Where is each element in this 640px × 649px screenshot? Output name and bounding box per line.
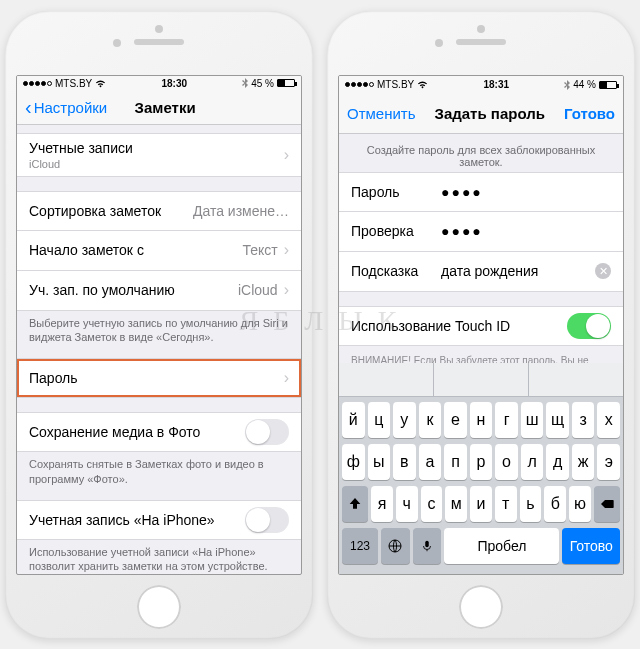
row-password[interactable]: Пароль › bbox=[17, 358, 301, 398]
verify-field-row[interactable]: Проверка ●●●● bbox=[339, 212, 623, 252]
clock: 18:31 bbox=[428, 79, 564, 90]
touch-id-switch[interactable] bbox=[567, 313, 611, 339]
key-л[interactable]: л bbox=[521, 444, 544, 480]
speaker bbox=[456, 39, 506, 45]
key-ф[interactable]: ф bbox=[342, 444, 365, 480]
backspace-key[interactable] bbox=[594, 486, 620, 522]
speaker bbox=[134, 39, 184, 45]
on-iphone-switch[interactable] bbox=[245, 507, 289, 533]
key-ц[interactable]: ц bbox=[368, 402, 391, 438]
front-camera bbox=[435, 39, 443, 47]
page-title: Задать пароль bbox=[435, 105, 545, 122]
wifi-icon bbox=[417, 80, 428, 89]
battery-icon bbox=[277, 79, 295, 87]
back-label: Настройки bbox=[34, 99, 108, 116]
wifi-icon bbox=[95, 79, 106, 88]
key-у[interactable]: у bbox=[393, 402, 416, 438]
chevron-right-icon: › bbox=[284, 241, 289, 258]
row-default-account[interactable]: Уч. зап. по умолчанию iCloud› bbox=[17, 271, 301, 311]
row-start[interactable]: Начало заметок с Текст› bbox=[17, 231, 301, 271]
save-media-footer: Сохранять снятые в Заметках фото и видео… bbox=[17, 452, 301, 486]
key-б[interactable]: б bbox=[544, 486, 566, 522]
key-т[interactable]: т bbox=[495, 486, 517, 522]
key-ь[interactable]: ь bbox=[520, 486, 542, 522]
numbers-key[interactable]: 123 bbox=[342, 528, 378, 564]
key-м[interactable]: м bbox=[445, 486, 467, 522]
status-bar: MTS.BY 18:30 45 % bbox=[17, 76, 301, 91]
default-account-footer: Выберите учетную запись по умолчанию для… bbox=[17, 311, 301, 345]
key-ч[interactable]: ч bbox=[396, 486, 418, 522]
key-х[interactable]: х bbox=[597, 402, 620, 438]
accounts-label: Учетные записи bbox=[29, 140, 133, 156]
key-з[interactable]: з bbox=[572, 402, 595, 438]
password-value[interactable]: ●●●● bbox=[441, 184, 611, 200]
battery-pct: 44 % bbox=[573, 79, 596, 90]
chevron-right-icon: › bbox=[284, 146, 289, 164]
password-field-row[interactable]: Пароль ●●●● bbox=[339, 172, 623, 212]
key-г[interactable]: г bbox=[495, 402, 518, 438]
key-щ[interactable]: щ bbox=[546, 402, 569, 438]
key-а[interactable]: а bbox=[419, 444, 442, 480]
key-о[interactable]: о bbox=[495, 444, 518, 480]
signal-dots bbox=[23, 81, 52, 86]
keyboard-done-key[interactable]: Готово bbox=[562, 528, 620, 564]
row-touch-id[interactable]: Использование Touch ID bbox=[339, 306, 623, 346]
key-ы[interactable]: ы bbox=[368, 444, 391, 480]
front-camera bbox=[113, 39, 121, 47]
clear-icon[interactable]: ✕ bbox=[595, 263, 611, 279]
key-к[interactable]: к bbox=[419, 402, 442, 438]
screen-left: MTS.BY 18:30 45 % ‹ Настройки Заметки bbox=[16, 75, 302, 575]
save-media-switch[interactable] bbox=[245, 419, 289, 445]
key-в[interactable]: в bbox=[393, 444, 416, 480]
battery-icon bbox=[599, 81, 617, 89]
key-и[interactable]: и bbox=[470, 486, 492, 522]
iphone-left: MTS.BY 18:30 45 % ‹ Настройки Заметки bbox=[5, 11, 313, 639]
key-н[interactable]: н bbox=[470, 402, 493, 438]
key-с[interactable]: с bbox=[421, 486, 443, 522]
carrier-label: MTS.BY bbox=[377, 79, 414, 90]
mic-key[interactable] bbox=[413, 528, 442, 564]
cancel-button[interactable]: Отменить bbox=[347, 105, 416, 122]
key-я[interactable]: я bbox=[371, 486, 393, 522]
screen-right: MTS.BY 18:31 44 % Отменить Задать пароль… bbox=[338, 75, 624, 575]
space-key[interactable]: Пробел bbox=[444, 528, 559, 564]
chevron-left-icon: ‹ bbox=[25, 97, 32, 117]
row-on-iphone[interactable]: Учетная запись «На iPhone» bbox=[17, 500, 301, 540]
iphone-right: MTS.BY 18:31 44 % Отменить Задать пароль… bbox=[327, 11, 635, 639]
key-ю[interactable]: ю bbox=[569, 486, 591, 522]
key-р[interactable]: р bbox=[470, 444, 493, 480]
key-ж[interactable]: ж bbox=[572, 444, 595, 480]
key-э[interactable]: э bbox=[597, 444, 620, 480]
accounts-sub: iCloud bbox=[29, 158, 133, 170]
back-button[interactable]: ‹ Настройки bbox=[25, 97, 107, 117]
key-д[interactable]: д bbox=[546, 444, 569, 480]
row-save-media[interactable]: Сохранение медиа в Фото bbox=[17, 412, 301, 452]
verify-value[interactable]: ●●●● bbox=[441, 223, 611, 239]
on-iphone-footer: Использование учетной записи «На iPhone»… bbox=[17, 540, 301, 574]
hint-value[interactable]: дата рождения bbox=[441, 263, 595, 279]
keyboard-suggestions[interactable] bbox=[339, 363, 623, 397]
keyboard: йцукенгшщзх фывапролджэ ячсмитьбю 123 bbox=[339, 363, 623, 574]
home-button[interactable] bbox=[137, 585, 181, 629]
hint-field-row[interactable]: Подсказка дата рождения ✕ bbox=[339, 252, 623, 292]
status-bar: MTS.BY 18:31 44 % bbox=[339, 76, 623, 94]
keyboard-row-1: йцукенгшщзх bbox=[342, 402, 620, 438]
key-ш[interactable]: ш bbox=[521, 402, 544, 438]
row-sort[interactable]: Сортировка заметок Дата измене… bbox=[17, 191, 301, 231]
key-п[interactable]: п bbox=[444, 444, 467, 480]
home-button[interactable] bbox=[459, 585, 503, 629]
globe-key[interactable] bbox=[381, 528, 410, 564]
bluetooth-icon bbox=[242, 78, 248, 88]
key-е[interactable]: е bbox=[444, 402, 467, 438]
nav-bar: Отменить Задать пароль Готово bbox=[339, 94, 623, 134]
bluetooth-icon bbox=[564, 80, 570, 90]
header-note: Создайте пароль для всех заблокированных… bbox=[339, 134, 623, 172]
page-title: Заметки bbox=[135, 99, 196, 116]
sensor-dot bbox=[477, 25, 485, 33]
battery-pct: 45 % bbox=[251, 78, 274, 89]
shift-key[interactable] bbox=[342, 486, 368, 522]
key-й[interactable]: й bbox=[342, 402, 365, 438]
row-accounts[interactable]: Учетные записи iCloud › bbox=[17, 133, 301, 177]
done-button[interactable]: Готово bbox=[564, 105, 615, 122]
carrier-label: MTS.BY bbox=[55, 78, 92, 89]
